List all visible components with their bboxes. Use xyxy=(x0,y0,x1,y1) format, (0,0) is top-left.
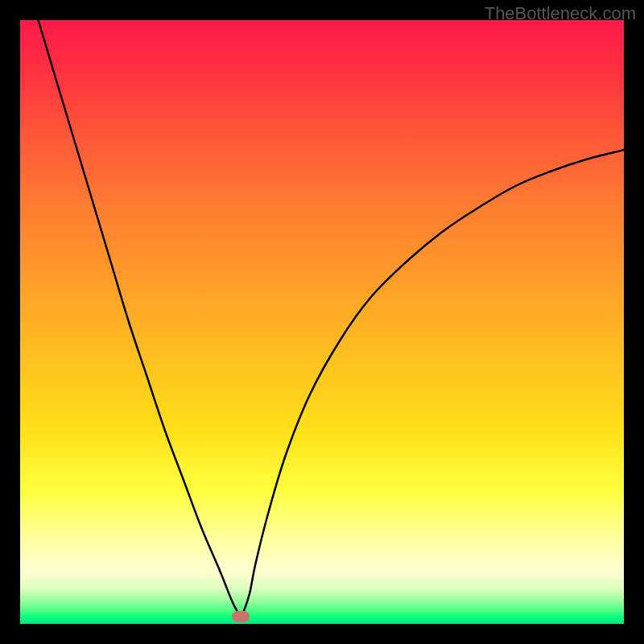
optimal-point-marker xyxy=(232,611,250,622)
curve-path xyxy=(39,20,625,618)
watermark-text: TheBottleneck.com xyxy=(485,3,636,24)
bottleneck-curve xyxy=(20,20,624,624)
chart-plot-area xyxy=(20,20,624,624)
